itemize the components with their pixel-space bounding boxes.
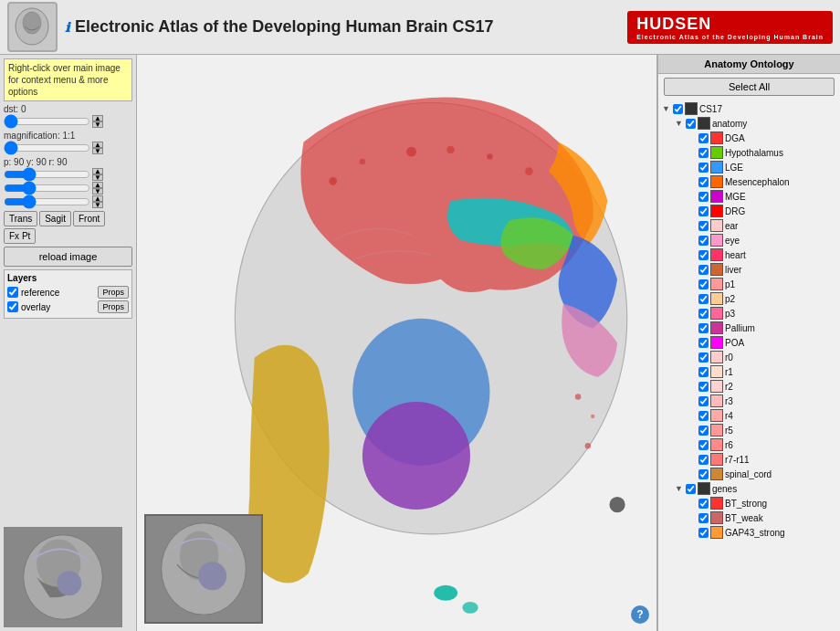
svg-point-14 xyxy=(362,402,470,510)
tree-item-checkbox[interactable] xyxy=(698,309,709,319)
color-swatch xyxy=(710,497,723,510)
tree-item-checkbox[interactable] xyxy=(698,338,709,348)
color-swatch xyxy=(710,205,723,217)
color-swatch xyxy=(710,190,723,203)
tree-item-label: MGE xyxy=(725,192,746,202)
reference-checkbox[interactable] xyxy=(7,287,18,298)
tree-item-checkbox[interactable] xyxy=(698,148,709,158)
svg-point-9 xyxy=(406,147,416,157)
expand-icon[interactable]: ▼ xyxy=(662,104,670,113)
tree-item-checkbox[interactable] xyxy=(698,163,709,173)
color-swatch xyxy=(710,175,723,188)
tree-item-checkbox[interactable] xyxy=(686,484,696,494)
tree-item-checkbox[interactable] xyxy=(698,382,709,392)
help-icon[interactable]: ? xyxy=(631,605,649,624)
tree-item: heart xyxy=(662,247,836,262)
main-image-area[interactable]: ? xyxy=(137,55,657,631)
tree-item-checkbox[interactable] xyxy=(698,221,709,231)
left-panel: Right-click over main image for context … xyxy=(0,55,137,631)
color-swatch xyxy=(710,424,723,436)
tree-item-checkbox[interactable] xyxy=(698,352,709,363)
tree-item: ▼anatomy xyxy=(662,116,836,131)
dst-slider-group: dst: 0 ▲ ▼ xyxy=(4,104,132,128)
y-down-arrow[interactable]: ▼ xyxy=(92,188,103,195)
overlay-props-button[interactable]: Props xyxy=(98,300,129,313)
tree-item-checkbox[interactable] xyxy=(698,469,709,479)
tree-item: r3 xyxy=(662,394,836,408)
svg-point-24 xyxy=(198,562,226,590)
tree-item: r1 xyxy=(662,364,836,379)
tree-item-checkbox[interactable] xyxy=(698,236,709,246)
tree-item-label: r2 xyxy=(725,382,733,392)
tree-item-checkbox[interactable] xyxy=(698,426,709,436)
svg-point-15 xyxy=(575,394,581,399)
expand-icon[interactable]: ▼ xyxy=(675,484,683,493)
tree-item-checkbox[interactable] xyxy=(698,192,709,202)
tree-item-checkbox[interactable] xyxy=(698,206,709,216)
color-swatch xyxy=(710,161,723,174)
tree-item-checkbox[interactable] xyxy=(698,440,709,450)
tree-item-label: POA xyxy=(725,338,744,348)
reference-layer-row: reference Props xyxy=(7,286,129,299)
tree-item-checkbox[interactable] xyxy=(698,411,709,421)
tree-item: r7-r11 xyxy=(662,452,836,467)
tree-item: Hypothalamus xyxy=(662,145,836,160)
dst-down-arrow[interactable]: ▼ xyxy=(92,121,103,128)
magnification-slider[interactable] xyxy=(4,142,90,154)
svg-point-17 xyxy=(585,443,591,448)
tree-item-label: LGE xyxy=(725,163,743,173)
tree-item-checkbox[interactable] xyxy=(698,513,709,523)
tree-item-label: BT_weak xyxy=(725,513,763,523)
trans-button[interactable]: Trans xyxy=(4,211,37,226)
tree-item-checkbox[interactable] xyxy=(698,528,709,538)
tree-item-checkbox[interactable] xyxy=(686,119,696,129)
tree-item: Pallium xyxy=(662,321,836,335)
tree-item-label: r0 xyxy=(725,352,733,363)
magnification-label: magnification: 1:1 xyxy=(4,131,132,141)
tree-item: eye xyxy=(662,233,836,247)
mag-down-arrow[interactable]: ▼ xyxy=(92,148,103,154)
color-swatch xyxy=(710,526,723,539)
ontology-title: Anatomy Ontology xyxy=(658,55,840,74)
tree-item-checkbox[interactable] xyxy=(698,133,709,143)
tree-item-checkbox[interactable] xyxy=(698,265,709,275)
expand-icon[interactable]: ▼ xyxy=(675,119,683,128)
sagit-button[interactable]: Sagit xyxy=(39,211,71,226)
tree-item-checkbox[interactable] xyxy=(698,294,709,304)
r-down-arrow[interactable]: ▼ xyxy=(92,202,103,208)
overlay-checkbox[interactable] xyxy=(7,301,18,312)
tree-item: BT_strong xyxy=(662,496,836,510)
magnification-slider-group: magnification: 1:1 ▲ ▼ xyxy=(4,131,132,154)
color-swatch xyxy=(710,380,723,393)
tree-item-checkbox[interactable] xyxy=(673,104,683,114)
y-slider[interactable] xyxy=(4,182,90,195)
tree-item-label: Mesencephalon xyxy=(725,177,790,187)
tree-item-checkbox[interactable] xyxy=(698,367,709,377)
tree-item-label: DGA xyxy=(725,133,745,143)
color-swatch xyxy=(710,234,723,247)
front-button[interactable]: Front xyxy=(73,211,105,226)
tree-item-label: BT_strong xyxy=(725,499,767,509)
tree-item: r4 xyxy=(662,408,836,423)
tree-item-checkbox[interactable] xyxy=(698,455,709,465)
tree-item-checkbox[interactable] xyxy=(698,279,709,289)
tree-item-label: anatomy xyxy=(712,119,747,129)
p-slider[interactable] xyxy=(4,168,90,181)
r-slider[interactable] xyxy=(4,195,90,208)
tree-item-checkbox[interactable] xyxy=(698,177,709,187)
tree-item-checkbox[interactable] xyxy=(698,396,709,406)
dst-slider[interactable] xyxy=(4,115,90,128)
p-down-arrow[interactable]: ▼ xyxy=(92,174,103,181)
reference-props-button[interactable]: Props xyxy=(98,286,129,299)
tree-item-checkbox[interactable] xyxy=(698,499,709,509)
fx-pt-button[interactable]: Fx Pt xyxy=(4,228,36,244)
reload-image-button[interactable]: reload image xyxy=(4,247,132,267)
svg-point-8 xyxy=(360,159,365,164)
color-swatch xyxy=(710,292,723,305)
tree-item-label: Pallium xyxy=(725,323,755,333)
tree-item-checkbox[interactable] xyxy=(698,323,709,333)
context-hint: Right-click over main image for context … xyxy=(4,58,132,101)
ontology-tree: ▼CS17▼anatomyDGAHypothalamusLGEMesenceph… xyxy=(658,100,840,631)
tree-item-checkbox[interactable] xyxy=(698,250,709,260)
select-all-button[interactable]: Select All xyxy=(664,78,835,96)
